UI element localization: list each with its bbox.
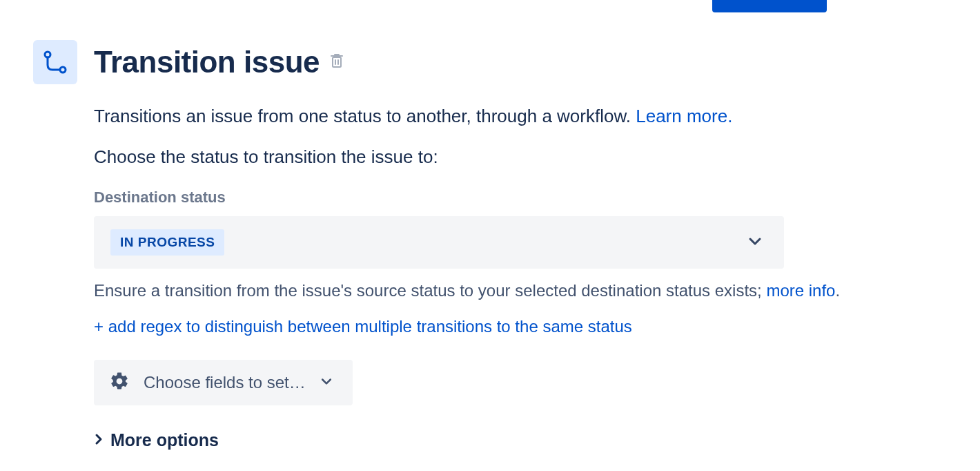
top-action-button[interactable]: [712, 0, 827, 12]
transition-issue-panel: Transition issue Transitions an issue fr…: [33, 40, 930, 450]
svg-rect-2: [333, 57, 341, 67]
destination-status-label: Destination status: [94, 189, 930, 206]
more-options-toggle[interactable]: More options: [94, 430, 930, 450]
helper-suffix: .: [835, 281, 840, 300]
description: Transitions an issue from one status to …: [94, 104, 930, 128]
destination-status-select[interactable]: IN PROGRESS: [94, 216, 784, 269]
chevron-down-icon: [320, 374, 333, 391]
add-regex-link[interactable]: + add regex to distinguish between multi…: [94, 317, 930, 336]
choose-fields-button[interactable]: Choose fields to set…: [94, 360, 353, 405]
chevron-right-icon: [94, 433, 104, 448]
chevron-down-icon: [747, 233, 763, 252]
more-info-link[interactable]: more info: [766, 281, 835, 300]
page-title: Transition issue: [94, 45, 320, 79]
transition-icon: [41, 48, 69, 76]
learn-more-link[interactable]: Learn more.: [636, 106, 732, 126]
title-row: Transition issue: [94, 45, 344, 79]
delete-icon[interactable]: [329, 52, 344, 72]
more-options-label: More options: [110, 430, 219, 450]
helper-text: Ensure a transition from the issue's sou…: [94, 281, 766, 300]
description-text: Transitions an issue from one status to …: [94, 106, 636, 126]
choose-status-text: Choose the status to transition the issu…: [94, 146, 930, 168]
panel-body: Transitions an issue from one status to …: [94, 104, 930, 450]
choose-fields-label: Choose fields to set…: [144, 373, 306, 392]
transition-icon-box: [33, 40, 77, 84]
destination-helper-text: Ensure a transition from the issue's sou…: [94, 281, 930, 300]
header-row: Transition issue: [33, 40, 930, 84]
gear-icon: [109, 371, 130, 394]
svg-point-1: [60, 67, 66, 73]
status-lozenge: IN PROGRESS: [110, 229, 224, 256]
